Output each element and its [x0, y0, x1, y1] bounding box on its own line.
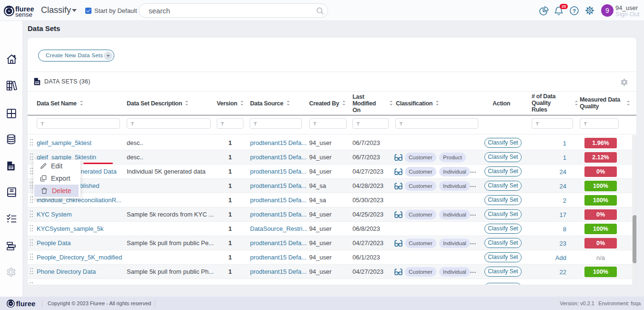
svg-text:?: ?	[573, 8, 576, 14]
svg-text:fluree: fluree	[16, 300, 36, 308]
svg-text:sense: sense	[15, 11, 32, 18]
